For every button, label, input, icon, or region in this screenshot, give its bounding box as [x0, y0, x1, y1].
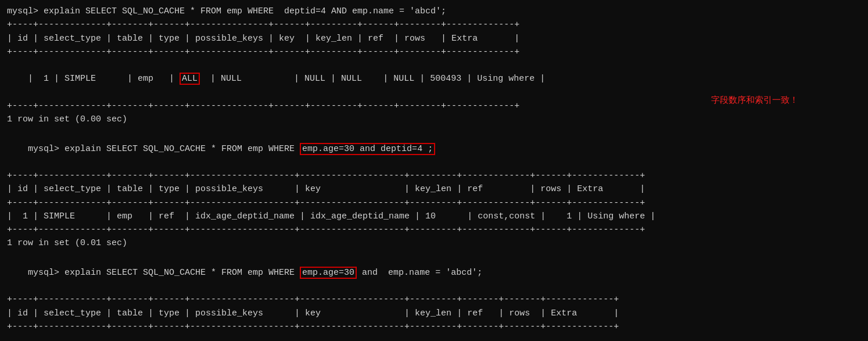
query2-prompt-pre: mysql> explain SELECT SQL_NO_CACHE * FRO…	[28, 144, 300, 154]
query1-row-end: |	[535, 74, 545, 84]
query1-sep1: +----+-------------+-------+------+-----…	[7, 18, 861, 31]
query3-prompt-post: and emp.name = 'abcd';	[357, 268, 482, 278]
query3-header: | id | select_type | table | type | poss…	[7, 307, 861, 320]
query3-prompt-hl: emp.age=30	[300, 267, 357, 279]
query1-extra: Using where	[477, 74, 535, 84]
query1-prompt: mysql> explain SELECT SQL_NO_CACHE * FRO…	[7, 5, 861, 18]
query3-section: mysql> explain SELECT SQL_NO_CACHE * FRO…	[7, 253, 861, 342]
query2-sep1: +----+-------------+-------+------+-----…	[7, 169, 861, 182]
query2-section: mysql> explain SELECT SQL_NO_CACHE * FRO…	[7, 128, 861, 250]
query1-row-mid: | NULL | NULL | NULL | NULL | 500493 |	[200, 74, 477, 84]
query3-prompt-pre: mysql> explain SELECT SQL_NO_CACHE * FRO…	[28, 268, 300, 278]
query1-row: | 1 | SIMPLE | emp | ALL | NULL | NULL |…	[7, 59, 861, 99]
query2-header: | id | select_type | table | type | poss…	[7, 182, 861, 196]
query2-sep2: +----+-------------+-------+------+-----…	[7, 196, 861, 210]
query3-prompt: mysql> explain SELECT SQL_NO_CACHE * FRO…	[7, 253, 861, 293]
query2-sep3: +----+-------------+-------+------+-----…	[7, 223, 861, 236]
query3-sep1: +----+-------------+-------+------+-----…	[7, 293, 861, 306]
query1-header: | id | select_type | table | type | poss…	[7, 32, 861, 45]
query1-type-highlight: ALL	[180, 73, 200, 85]
query3-row: | 1 | SIMPLE | emp | ref | idx_age_depti…	[7, 333, 861, 341]
query2-row: | 1 | SIMPLE | emp | ref | idx_age_depti…	[7, 210, 861, 223]
annotation-text: 字段数序和索引一致！	[711, 95, 798, 106]
query3-sep2: +----+-------------+-------+------+-----…	[7, 320, 861, 333]
query1-row-pre: | 1 | SIMPLE | emp |	[28, 74, 180, 84]
query2-prompt: mysql> explain SELECT SQL_NO_CACHE * FRO…	[7, 128, 861, 169]
query1-sep2: +----+-------------+-------+------+-----…	[7, 45, 861, 59]
query2-rowcount: 1 row in set (0.01 sec)	[7, 236, 861, 250]
query1-rowcount: 1 row in set (0.00 sec)	[7, 113, 861, 126]
query2-prompt-hl: emp.age=30 and deptid=4 ;	[300, 143, 435, 155]
query1-section: mysql> explain SELECT SQL_NO_CACHE * FRO…	[7, 5, 861, 126]
